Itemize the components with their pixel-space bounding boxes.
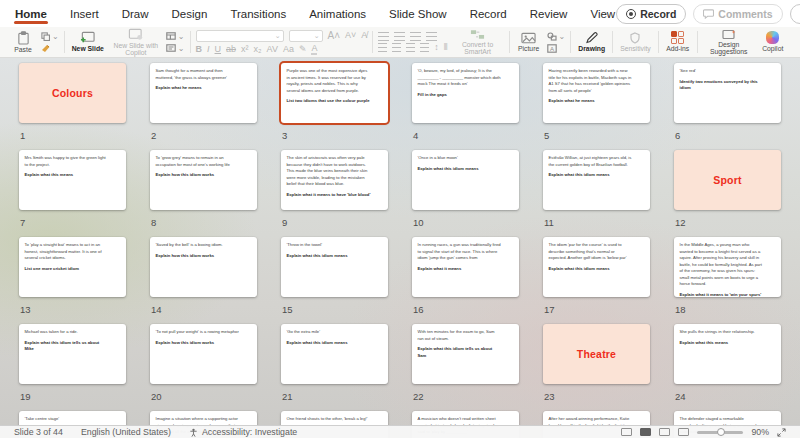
new-slide-button[interactable]: New Slide — [70, 31, 106, 52]
language-indicator[interactable]: English (United States) — [81, 427, 171, 437]
tab-record[interactable]: Record — [469, 2, 508, 25]
slide-thumbnail-3[interactable]: Purple was one of the most expensive dye… — [281, 63, 388, 123]
subscript-button[interactable]: x₂ — [254, 45, 262, 54]
slide-thumbnail-10[interactable]: 'Once in a blue moon'Explain what this i… — [412, 150, 519, 210]
slide-body-text: 'Saved by the bell' is a boxing idiom. — [156, 242, 240, 249]
slide-body-text: One friend shouts to the other, 'break a… — [287, 416, 371, 423]
new-slide-with-copilot-button[interactable]: New Slide with Copilot — [110, 28, 162, 57]
italic-button[interactable]: I — [207, 45, 210, 54]
paste-button[interactable]: Paste — [9, 31, 37, 53]
slide-thumbnail-1[interactable]: Colours — [19, 63, 126, 123]
slide-position-indicator: Slide 3 of 44 — [14, 427, 63, 437]
slide-reset-button[interactable]: ⌄ — [166, 44, 185, 53]
clipboard-group: Paste ⌄ — [4, 28, 64, 56]
tab-draw[interactable]: Draw — [121, 2, 150, 25]
slide-body-text: Michael was taken for a ride. — [25, 329, 109, 336]
normal-view-button[interactable] — [621, 428, 632, 436]
slide-thumbnail-7[interactable]: Mrs Smith was happy to give the green li… — [19, 150, 126, 210]
slide-thumbnail-17[interactable]: The idiom 'par for the course' is used t… — [543, 237, 650, 297]
design-suggestions-button[interactable]: Design Suggestions — [703, 29, 755, 56]
tab-home[interactable]: Home — [14, 2, 48, 25]
underline-button[interactable]: U — [215, 45, 222, 54]
slide-number: 7 — [20, 217, 126, 228]
slide-thumbnail-9[interactable]: The skin of aristocrats was often very p… — [281, 150, 388, 210]
expand-view-icon[interactable] — [777, 428, 786, 437]
design-suggestions-label: Design Suggestions — [705, 41, 753, 56]
tab-design[interactable]: Design — [171, 2, 209, 25]
copilot-button[interactable]: Copilot — [759, 31, 787, 52]
font-size-select[interactable]: ⌄ — [289, 30, 323, 42]
slide-thumbnail-16[interactable]: In running races, a gun was traditionall… — [412, 237, 519, 297]
slide-thumbnail-21[interactable]: 'Go the extra mile'Explain what this idi… — [281, 324, 388, 384]
font-name-select[interactable]: ⌄ — [196, 30, 284, 42]
text-highlight-button[interactable]: ✎ — [299, 45, 307, 54]
align-left-button[interactable] — [378, 43, 387, 52]
superscript-button[interactable]: x² — [241, 45, 249, 54]
slide-thumbnail-20[interactable]: 'To not pull your weight' is a rowing me… — [150, 324, 257, 384]
character-spacing-button[interactable]: AV — [267, 45, 278, 54]
record-button[interactable]: Record — [616, 4, 686, 24]
slide-thumbnail-14[interactable]: 'Saved by the bell' is a boxing idiom.Ex… — [150, 237, 257, 297]
present-in-teams-button[interactable]: Present in Teams — [790, 4, 800, 24]
slide-number: 4 — [413, 130, 519, 141]
shapes-chevron-icon: ⌄ — [559, 32, 566, 41]
tab-view[interactable]: View — [589, 2, 616, 25]
picture-button[interactable]: Picture — [515, 32, 543, 52]
insert-minibuttons: ⌄ A — [547, 32, 566, 53]
numbering-button[interactable] — [394, 32, 405, 41]
tab-slide-show[interactable]: Slide Show — [388, 2, 448, 25]
align-right-button[interactable] — [406, 43, 415, 52]
accessibility-status[interactable]: Accessibility: Investigate — [189, 427, 297, 437]
slide-thumbnail-11[interactable]: Estêvão Willian, at just eighteen years … — [543, 150, 650, 210]
font-color-button[interactable]: A — [311, 44, 317, 55]
slide-thumbnail-22[interactable]: With ten minutes for the exam to go, Sam… — [412, 324, 519, 384]
slide-thumbnail-19[interactable]: Michael was taken for a ride.Explain wha… — [19, 324, 126, 384]
text-box-button[interactable]: A — [547, 44, 566, 53]
slide-layout-button[interactable]: ⌄ — [166, 32, 185, 41]
slide-thumbnail-18[interactable]: In the Middle Ages, a young man who want… — [674, 237, 781, 297]
tab-insert[interactable]: Insert — [69, 2, 100, 25]
convert-to-smartart-button[interactable]: Convert to SmartArt — [452, 29, 504, 56]
slide-thumbnail-12[interactable]: Sport — [674, 150, 781, 210]
slide-thumbnail-8[interactable]: To 'grow grey' means to remain in an occ… — [150, 150, 257, 210]
slide-thumbnail-6[interactable]: 'See red'Identify two emotions conveyed … — [674, 63, 781, 123]
copilot-icon — [766, 31, 779, 44]
bold-button[interactable]: B — [196, 45, 203, 54]
slide-thumbnail-13[interactable]: To 'play a straight bat' means to act in… — [19, 237, 126, 297]
slide-cell: To 'grow grey' means to remain in an occ… — [150, 150, 257, 237]
slide-thumbnail-23[interactable]: Theatre — [543, 324, 650, 384]
zoom-slider-knob[interactable] — [717, 428, 725, 436]
change-case-button[interactable]: Aa — [283, 45, 294, 54]
decrease-indent-button[interactable] — [410, 32, 421, 41]
justify-button[interactable] — [420, 43, 429, 52]
slide-thumbnail-15[interactable]: 'Throw in the towel'Explain what this id… — [281, 237, 388, 297]
slide-thumbnail-24[interactable]: She pulls the strings in their relations… — [674, 324, 781, 384]
slide-thumbnail-4[interactable]: 'O, beware, my lord, of jealousy; It is … — [412, 63, 519, 123]
align-center-button[interactable] — [392, 43, 401, 52]
bullets-button[interactable] — [378, 32, 389, 41]
zoom-slider[interactable] — [697, 431, 743, 434]
sensitivity-button[interactable]: Sensitivity — [618, 32, 653, 52]
increase-indent-button[interactable] — [426, 32, 437, 41]
addins-button[interactable]: Add-ins — [664, 31, 692, 52]
copy-button[interactable]: ⌄ — [41, 32, 59, 41]
columns-button[interactable]: ⫴ — [444, 43, 448, 52]
slide-thumbnail-5[interactable]: Having recently been rewarded with a new… — [543, 63, 650, 123]
clear-formatting-button[interactable]: A̸ — [361, 31, 367, 40]
format-painter-button[interactable] — [41, 44, 59, 53]
increase-font-button[interactable]: A˄ — [328, 31, 341, 41]
comments-button[interactable]: Comments — [693, 4, 782, 24]
decrease-font-button[interactable]: A˅ — [345, 31, 356, 40]
tab-animations[interactable]: Animations — [308, 2, 367, 25]
reading-view-button[interactable] — [659, 428, 670, 436]
tab-review[interactable]: Review — [529, 2, 569, 25]
tab-transitions[interactable]: Transitions — [229, 2, 287, 25]
drawing-button[interactable]: Drawing — [576, 32, 607, 52]
slide-sorter-view-button[interactable] — [640, 428, 651, 436]
slide-prompt-text: Explain what this idiom means — [549, 172, 633, 179]
line-spacing-button[interactable]: ↕ — [434, 43, 439, 52]
shapes-button[interactable]: ⌄ — [547, 32, 566, 41]
strikethrough-button[interactable]: ab — [226, 45, 236, 54]
slideshow-button[interactable] — [678, 428, 689, 436]
slide-thumbnail-2[interactable]: Sam thought for a moment and then mutter… — [150, 63, 257, 123]
